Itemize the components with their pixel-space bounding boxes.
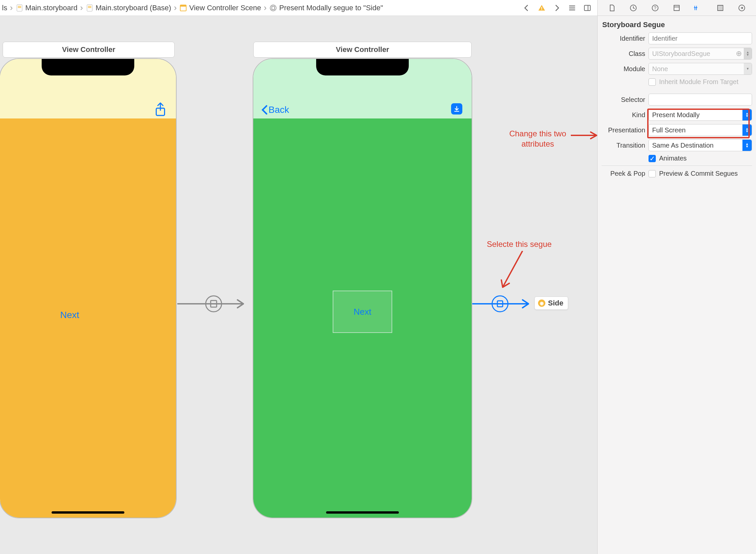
- home-indicator: [326, 511, 399, 514]
- home-indicator: [52, 511, 124, 514]
- select-value: Same As Destination: [652, 142, 714, 149]
- segue-icon: [269, 4, 277, 12]
- svg-point-8: [270, 5, 276, 11]
- history-back-button[interactable]: [522, 3, 531, 13]
- device1-content-area: [0, 118, 176, 517]
- breadcrumb-label: Main.storyboard (Base): [96, 4, 171, 12]
- scene-title: View Controller: [62, 45, 115, 54]
- annotation-arrow-icon: [496, 251, 529, 294]
- selector-input[interactable]: [648, 94, 752, 106]
- select-value: Full Screen: [652, 126, 686, 134]
- scene-icon: [179, 4, 187, 12]
- device-notch: [316, 59, 409, 75]
- scene-title: View Controller: [336, 45, 389, 54]
- select-value: None: [652, 65, 668, 73]
- identifier-input[interactable]: [648, 33, 752, 44]
- select-value: UIStoryboardSegue: [652, 50, 710, 58]
- kind-select[interactable]: Present Modally ▲▼: [648, 109, 752, 121]
- breadcrumb: ls › Main.storyboard › Main.storyboard (…: [0, 3, 517, 13]
- animates-checkbox[interactable]: ✓: [648, 155, 656, 162]
- outline-toggle-button[interactable]: [567, 3, 577, 13]
- class-select[interactable]: UIStoryboardSegue ⊕ ▲▼: [648, 48, 752, 60]
- attributes-inspector-tab[interactable]: [693, 2, 704, 13]
- scene-reference-label: Side: [548, 299, 563, 308]
- dropdown-arrow-icon: ▲▼: [744, 48, 752, 59]
- svg-rect-5: [88, 7, 91, 8]
- breadcrumb-item[interactable]: ls: [2, 4, 7, 12]
- device-notch: [42, 59, 134, 75]
- container-view[interactable]: Next: [333, 290, 392, 333]
- history-inspector-tab[interactable]: [628, 2, 639, 13]
- plus-icon[interactable]: ⊕: [736, 49, 742, 58]
- inherit-module-checkbox[interactable]: [648, 78, 656, 86]
- field-label: Presentation: [602, 126, 648, 134]
- device-frame-1[interactable]: Next: [0, 58, 177, 518]
- storyboard-canvas[interactable]: View Controller Next View: [0, 16, 597, 554]
- field-label: Identifier: [602, 35, 648, 42]
- field-label: Class: [602, 50, 648, 58]
- scene-title-bar[interactable]: View Controller: [253, 42, 471, 58]
- connections-inspector-tab[interactable]: [736, 2, 747, 13]
- chevron-right-icon: ›: [174, 3, 177, 13]
- select-value: Present Modally: [652, 111, 699, 119]
- annotation-line: attributes: [521, 139, 554, 148]
- storyboard-file-icon: [86, 4, 93, 12]
- svg-rect-10: [542, 7, 542, 9]
- checkbox-label: Preview & Commit Segues: [659, 170, 738, 177]
- size-inspector-tab[interactable]: [715, 2, 726, 13]
- breadcrumb-label: ls: [2, 4, 7, 12]
- preview-commit-checkbox[interactable]: [648, 170, 656, 177]
- share-icon[interactable]: [154, 102, 167, 118]
- scene-title-bar[interactable]: View Controller: [3, 42, 175, 58]
- module-select[interactable]: None ▼: [648, 63, 752, 75]
- next-button[interactable]: Next: [60, 310, 79, 320]
- field-label: Kind: [602, 111, 648, 119]
- device-frame-2[interactable]: Back Next: [253, 58, 472, 518]
- field-label: Peek & Pop: [602, 170, 648, 177]
- svg-rect-1: [18, 6, 21, 7]
- segue-arrow-modal-selected[interactable]: [472, 294, 539, 314]
- annotation-text: Change this two attributes: [501, 128, 574, 149]
- breadcrumb-label: Present Modally segue to "Side": [279, 4, 383, 12]
- checkbox-label: Animates: [659, 155, 687, 162]
- annotation-arrow-icon: [571, 130, 597, 140]
- help-inspector-tab[interactable]: ?: [649, 2, 661, 13]
- checkbox-label: Inherit Module From Target: [659, 78, 739, 86]
- segue-arrow-push[interactable]: [177, 294, 253, 314]
- svg-line-22: [503, 251, 522, 287]
- next-button[interactable]: Next: [354, 307, 371, 317]
- transition-select[interactable]: Same As Destination ▲▼: [648, 139, 752, 151]
- scene-reference-chip[interactable]: ◉ Side: [534, 296, 568, 310]
- separator: [602, 165, 752, 166]
- breadcrumb-item[interactable]: View Controller Scene: [179, 4, 261, 12]
- field-label: Selector: [602, 96, 648, 104]
- inspector-tab-bar: ?: [597, 0, 756, 16]
- svg-rect-4: [88, 6, 91, 7]
- dropdown-arrow-icon: ▲▼: [743, 109, 752, 120]
- breadcrumb-item[interactable]: Present Modally segue to "Side": [269, 4, 383, 12]
- download-icon[interactable]: [451, 103, 462, 114]
- svg-text:?: ?: [654, 5, 656, 11]
- presentation-select[interactable]: Full Screen ▲▼: [648, 124, 752, 136]
- file-inspector-tab[interactable]: [606, 2, 617, 13]
- history-forward-button[interactable]: [552, 3, 562, 13]
- chevron-right-icon: ›: [80, 3, 83, 13]
- assistant-toggle-button[interactable]: [583, 3, 592, 13]
- breadcrumb-item[interactable]: Main.storyboard: [15, 4, 78, 12]
- inspector-panel: ? .insp-tabs .t.active svg:first-child p…: [597, 0, 756, 554]
- breadcrumb-item[interactable]: Main.storyboard (Base): [86, 4, 171, 12]
- back-button[interactable]: Back: [261, 105, 289, 115]
- dropdown-arrow-icon: ▲▼: [743, 124, 752, 136]
- annotation-text: Selecte this segue: [487, 239, 552, 249]
- identity-inspector-tab[interactable]: [671, 2, 682, 13]
- breadcrumb-label: Main.storyboard: [25, 4, 78, 12]
- svg-rect-27: [674, 5, 679, 11]
- field-label: Module: [602, 65, 648, 73]
- field-label: Transition: [602, 142, 648, 149]
- dropdown-arrow-icon: ▲▼: [743, 140, 752, 151]
- chevron-left-icon: [261, 105, 268, 115]
- svg-rect-12: [584, 5, 590, 11]
- chevron-right-icon: ›: [10, 3, 13, 13]
- warning-icon[interactable]: [537, 3, 546, 13]
- annotation-line: Change this two: [509, 129, 566, 138]
